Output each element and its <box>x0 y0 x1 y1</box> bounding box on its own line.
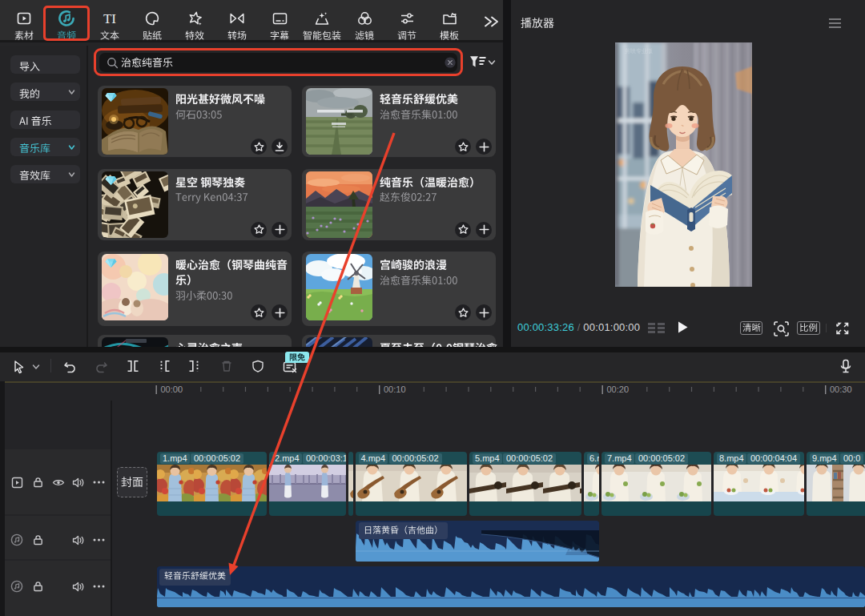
svg-text:剪映专业版: 剪映专业版 <box>625 48 653 54</box>
svg-text:TI: TI <box>103 11 116 26</box>
